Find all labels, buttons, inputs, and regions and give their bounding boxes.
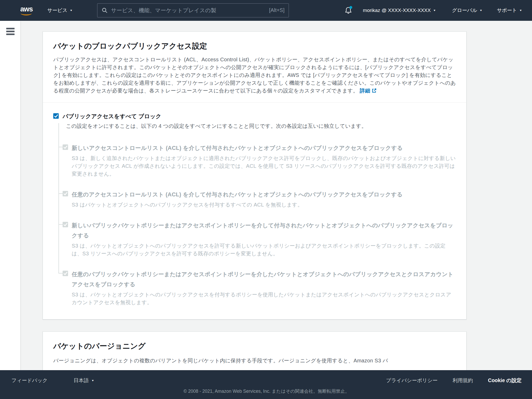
block-public-access-body: パブリックアクセスをすべて ブロック この設定をオンにすることは、以下の 4 つ… bbox=[43, 103, 466, 319]
chevron-down-icon: ▼ bbox=[519, 9, 522, 11]
console-footer: フィードバック 日本語 ▼ プライバシーポリシー 利用規約 Cookie の設定… bbox=[0, 370, 532, 399]
support-menu-label: サポート bbox=[497, 7, 517, 14]
chevron-down-icon: ▼ bbox=[70, 9, 72, 11]
sub-setting-item: 任意のパブリックバケットポリシーまたはアクセスポイントポリシーを介したバケットと… bbox=[63, 269, 456, 306]
block-all-public-access-checkbox[interactable] bbox=[53, 113, 59, 119]
sub-setting-row: 任意のパブリックバケットポリシーまたはアクセスポイントポリシーを介したバケットと… bbox=[63, 269, 456, 290]
sub-setting-description: S3 は、新しく追加されたバケットまたはオブジェクトに適用されたパブリックアクセ… bbox=[72, 154, 456, 178]
notification-dot bbox=[349, 6, 352, 9]
terms-link[interactable]: 利用規約 bbox=[453, 377, 473, 384]
block-public-access-header: バケットのブロックパブリックアクセス設定 パブリックアクセスは、アクセスコントロ… bbox=[43, 32, 466, 103]
sub-setting-label: 任意のパブリックバケットポリシーまたはアクセスポイントポリシーを介したバケットと… bbox=[72, 269, 456, 290]
sub-settings-list: 新しいアクセスコントロールリスト (ACL) を介して付与されたバケットとオブジ… bbox=[53, 143, 456, 306]
main-content: バケットのブロックパブリックアクセス設定 パブリックアクセスは、アクセスコントロ… bbox=[20, 21, 532, 399]
privacy-policy-link[interactable]: プライバシーポリシー bbox=[386, 377, 438, 384]
search-icon bbox=[102, 7, 108, 14]
bucket-versioning-header: バケットのバージョニング バージョニングは、オブジェクトの複数のバリアントを同じ… bbox=[43, 332, 466, 372]
block-all-public-access-label: パブリックアクセスをすべて ブロック bbox=[63, 112, 161, 120]
sub-setting-label: 新しいアクセスコントロールリスト (ACL) を介して付与されたバケットとオブジ… bbox=[72, 143, 403, 153]
sub-setting-checkbox-disabled bbox=[63, 222, 68, 227]
cookie-settings-link[interactable]: Cookie の設定 bbox=[488, 377, 522, 384]
section-description-text: パブリックアクセスは、アクセスコントロールリスト (ACL、Access Con… bbox=[53, 57, 456, 94]
section-title: バケットのバージョニング bbox=[53, 341, 456, 351]
language-selector[interactable]: 日本語 ▼ bbox=[74, 377, 94, 384]
account-menu[interactable]: morikaz @ XXXX-XXXX-XXXX ▼ bbox=[363, 8, 436, 13]
left-rail bbox=[0, 21, 20, 399]
section-description: バージョニングは、オブジェクトの複数のバリアントを同じバケット内に保持する手段で… bbox=[53, 357, 456, 364]
chevron-down-icon: ▼ bbox=[433, 9, 436, 11]
sub-setting-checkbox-disabled bbox=[63, 191, 68, 196]
sub-setting-item: 新しいパブリックバケットポリシーまたはアクセスポイントポリシーを介して付与された… bbox=[63, 221, 456, 257]
services-menu-label: サービス bbox=[47, 7, 67, 14]
support-menu[interactable]: サポート ▼ bbox=[497, 7, 522, 14]
block-all-note: この設定をオンにすることは、以下の 4 つの設定をすべてオンにすることと同じです… bbox=[66, 123, 456, 130]
sub-setting-label: 新しいパブリックバケットポリシーまたはアクセスポイントポリシーを介して付与された… bbox=[72, 221, 456, 241]
section-description: パブリックアクセスは、アクセスコントロールリスト (ACL、Access Con… bbox=[53, 56, 456, 95]
account-menu-label: morikaz @ XXXX-XXXX-XXXX bbox=[363, 8, 431, 13]
sub-settings-tree: この設定をオンにすることは、以下の 4 つの設定をすべてオンにすることと同じです… bbox=[53, 123, 456, 306]
sub-setting-description: S3 は、バケットとオブジェクトへのパブリックアクセスを付与するポリシーを使用し… bbox=[72, 291, 456, 306]
region-menu-label: グローバル bbox=[452, 7, 477, 14]
external-link-icon bbox=[372, 88, 377, 93]
sub-setting-item: 新しいアクセスコントロールリスト (ACL) を介して付与されたバケットとオブジ… bbox=[63, 143, 456, 178]
search-shortcut-hint: [Alt+S] bbox=[269, 7, 284, 13]
learn-more-link[interactable]: 詳細 bbox=[360, 88, 377, 94]
block-all-public-access-row[interactable]: パブリックアクセスをすべて ブロック bbox=[53, 112, 456, 120]
language-label: 日本語 bbox=[74, 377, 89, 384]
sub-setting-description: S3 は、バケットとオブジェクトへのパブリックアクセスを許可する新しいバケットポ… bbox=[72, 242, 456, 257]
sub-setting-row: 新しいパブリックバケットポリシーまたはアクセスポイントポリシーを介して付与された… bbox=[63, 221, 456, 241]
search-input[interactable] bbox=[111, 7, 266, 14]
services-menu[interactable]: サービス ▼ bbox=[47, 7, 72, 14]
chevron-down-icon: ▼ bbox=[480, 9, 482, 11]
global-search-box[interactable]: [Alt+S] bbox=[97, 3, 289, 17]
sub-setting-checkbox-disabled bbox=[63, 271, 68, 276]
section-title: バケットのブロックパブリックアクセス設定 bbox=[53, 41, 456, 51]
top-navigation-bar: aws サービス ▼ [Alt+S] morikaz @ XXXX-XXXX-X… bbox=[0, 0, 532, 21]
learn-more-label: 詳細 bbox=[360, 88, 370, 94]
aws-logo[interactable]: aws bbox=[20, 5, 33, 15]
feedback-link[interactable]: フィードバック bbox=[11, 377, 48, 384]
chevron-down-icon: ▼ bbox=[91, 379, 94, 382]
sub-setting-label: 任意のアクセスコントロールリスト (ACL) を介して付与されたバケットとオブジ… bbox=[72, 190, 403, 200]
sub-setting-checkbox-disabled bbox=[63, 144, 68, 150]
block-public-access-card: バケットのブロックパブリックアクセス設定 パブリックアクセスは、アクセスコントロ… bbox=[43, 31, 467, 320]
sub-setting-row: 新しいアクセスコントロールリスト (ACL) を介して付与されたバケットとオブジ… bbox=[63, 143, 456, 153]
sub-setting-row: 任意のアクセスコントロールリスト (ACL) を介して付与されたバケットとオブジ… bbox=[63, 190, 456, 200]
sub-setting-description: S3 はバケットとオブジェクトへのパブリックアクセスを付与するすべての ACL … bbox=[72, 201, 456, 209]
notifications-button[interactable] bbox=[345, 6, 353, 14]
hamburger-menu-icon[interactable] bbox=[6, 28, 15, 35]
copyright-text: © 2008 - 2021, Amazon Web Services, Inc.… bbox=[11, 388, 522, 394]
sub-setting-item: 任意のアクセスコントロールリスト (ACL) を介して付与されたバケットとオブジ… bbox=[63, 190, 456, 209]
region-menu[interactable]: グローバル ▼ bbox=[452, 7, 482, 14]
